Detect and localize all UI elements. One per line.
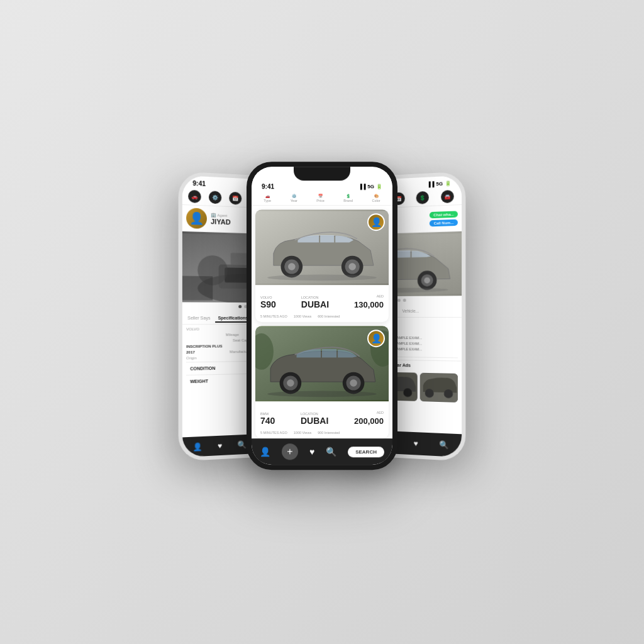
volvo-model: S90 [260, 299, 276, 309]
nav-tab-price[interactable]: 📅 Price [316, 194, 325, 203]
nav-icon-dollar-right[interactable]: 💲 [416, 191, 429, 204]
time-center: 9:41 [262, 183, 274, 190]
whatsapp-button-right[interactable]: Chat wha... [430, 211, 458, 218]
status-icons-right: ▐▐ 5G 🔋 [427, 180, 452, 187]
nav-icon-calendar[interactable]: 📅 [229, 192, 242, 205]
volvo-time: 5 MINUTES AGO [260, 314, 287, 318]
call-button-right[interactable]: Call Num... [430, 219, 458, 226]
year-icon[interactable]: ⚙️ [292, 194, 296, 198]
bmw-car-image: 👤 [255, 326, 389, 401]
bmw-time: 5 MINUTES AGO [260, 431, 287, 435]
agent-buttons-right: Chat wha... Call Num... [430, 211, 458, 226]
nav-tabs-center[interactable]: 🚗 Type ⚙️ Year 📅 Price 💲 Brand 🎨 C [252, 191, 392, 206]
tab-vehicle-right[interactable]: Vehicle... [400, 308, 421, 316]
car-listing-volvo[interactable]: 👤 VOLVO S90 LOCATION DUBAI AED 130,000 [255, 209, 389, 322]
nav-icon-gear[interactable]: ⚙️ [209, 191, 221, 204]
volvo-currency: AED [377, 294, 384, 298]
nav-tab-brand[interactable]: 💲 Brand [343, 194, 353, 203]
svg-point-15 [348, 263, 356, 270]
svg-rect-6 [182, 276, 213, 301]
status-icons-center: ▐▐ 5G 🔋 [358, 184, 382, 189]
phone-center: 9:41 ▐▐ 5G 🔋 🚗 Type ⚙️ Year 📅 [247, 162, 397, 470]
bmw-location: DUBAI [301, 416, 328, 426]
agent-avatar-left: 👤 [186, 208, 207, 229]
nav-tab-year[interactable]: ⚙️ Year [291, 194, 297, 203]
nav-search-left[interactable]: 🔍 [237, 440, 247, 449]
volvo-interested: 600 Interested [318, 314, 340, 318]
scene: 9:41 ▐▐ 5G 🔋 🚗 ⚙️ 📅 💲 🚘 🎨 [39, 102, 605, 542]
nav-icon-brand-right[interactable]: 🚘 [441, 190, 454, 203]
svg-point-26 [267, 391, 376, 397]
bmw-meta: 5 MINUTES AGO 1000 Views 900 Interested [255, 430, 389, 438]
bmw-info: BMW 740 LOCATION DUBAI AED 200,000 [255, 401, 389, 430]
bmw-currency: AED [377, 411, 384, 414]
volvo-car-image: 👤 [255, 209, 389, 285]
nav-heart-right[interactable]: ♥ [413, 439, 418, 448]
volvo-views: 1000 Views [294, 314, 311, 318]
volvo-info: VOLVO S90 LOCATION DUBAI AED 130,000 [255, 285, 389, 313]
similar-car-3[interactable] [419, 373, 458, 402]
color-icon[interactable]: 🎨 [374, 194, 379, 198]
bmw-model: 740 [260, 416, 275, 426]
tab-seller-says[interactable]: Seller Says [185, 314, 213, 323]
bmw-price: 200,000 [354, 416, 384, 426]
car-listing-bmw[interactable]: 👤 BMW 740 LOCATION DUBAI AED 200,000 [255, 326, 389, 438]
nav-icon-car[interactable]: 🚗 [188, 190, 201, 203]
nav-tab-color[interactable]: 🎨 Color [372, 194, 380, 203]
svg-point-22 [287, 379, 294, 387]
volvo-meta: 5 MINUTES AGO 1000 Views 600 Interested [255, 313, 389, 322]
nav-heart-left[interactable]: ♥ [218, 441, 222, 450]
time-left: 9:41 [192, 180, 206, 187]
agent-avatar-bmw: 👤 [367, 330, 385, 347]
nav-search-right[interactable]: 🔍 [439, 440, 448, 450]
volvo-price: 130,000 [354, 300, 384, 309]
bmw-views: 1000 Views [294, 431, 311, 435]
nav-add-center[interactable]: + [282, 443, 298, 460]
search-button-center[interactable]: SEARCH [348, 447, 384, 457]
nav-search-center[interactable]: 🔍 [326, 447, 336, 457]
price-icon[interactable]: 📅 [318, 194, 323, 198]
volvo-location: DUBAI [301, 299, 329, 309]
nav-heart-center[interactable]: ♥ [309, 447, 314, 457]
bmw-interested: 900 Interested [318, 431, 340, 435]
agent-avatar-volvo: 👤 [367, 213, 385, 231]
nav-tab-type[interactable]: 🚗 Type [264, 194, 271, 203]
tab-specifications[interactable]: Specifications [216, 314, 250, 323]
notch [294, 167, 350, 180]
brand-icon[interactable]: 💲 [346, 194, 350, 198]
svg-point-25 [350, 379, 357, 387]
svg-point-16 [267, 275, 376, 281]
nav-profile-left[interactable]: 👤 [192, 442, 202, 452]
bottom-nav-center: 👤 + ♥ 🔍 SEARCH [252, 438, 392, 465]
svg-point-12 [288, 263, 296, 270]
type-icon[interactable]: 🚗 [265, 194, 270, 198]
nav-profile-center[interactable]: 👤 [260, 447, 270, 457]
